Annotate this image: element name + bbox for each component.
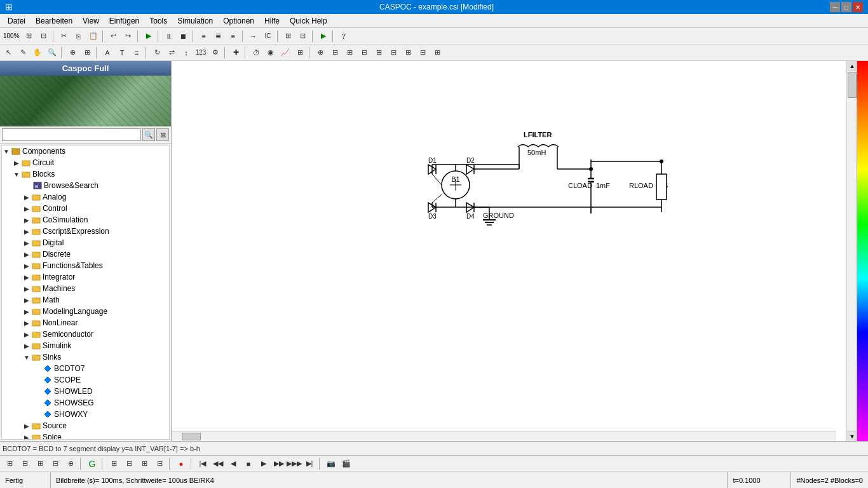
bus-btn[interactable]: ≡ bbox=[130, 46, 144, 60]
search-button[interactable]: 🔍 bbox=[142, 128, 155, 141]
pan-btn[interactable]: ✋ bbox=[31, 46, 44, 60]
tree-item-modelinglanguage[interactable]: ▶ModelingLanguage bbox=[2, 306, 169, 317]
tb2-extra7[interactable]: ⊞ bbox=[401, 46, 415, 60]
tree-item-integrator[interactable]: ▶Integrator bbox=[2, 271, 169, 283]
text-btn[interactable]: A bbox=[100, 46, 114, 60]
tb-btn-b[interactable]: ⊟ bbox=[296, 29, 310, 43]
undo-btn[interactable]: ↩ bbox=[107, 29, 121, 43]
tree-item-bcdto7[interactable]: BCDTO7 bbox=[2, 363, 169, 374]
help-btn[interactable]: ? bbox=[337, 29, 351, 43]
bt-step-back-btn[interactable]: ◀ bbox=[226, 457, 240, 471]
component-btn[interactable]: ⊕ bbox=[65, 46, 79, 60]
cross-btn[interactable]: ✚ bbox=[229, 46, 243, 60]
tree-toggle-math[interactable]: ▶ bbox=[22, 295, 31, 304]
tree-item-spice[interactable]: ▶Spice bbox=[2, 431, 169, 440]
tb2-extra2[interactable]: ⊟ bbox=[328, 46, 342, 60]
label-btn[interactable]: T bbox=[115, 46, 129, 60]
bt-btn7[interactable]: ⊟ bbox=[122, 457, 136, 471]
redo-btn[interactable]: ↪ bbox=[121, 29, 135, 43]
tree-item-semiconductor[interactable]: ▶Semiconductor bbox=[2, 329, 169, 340]
bt-btn3[interactable]: ⊞ bbox=[33, 457, 47, 471]
ic-btn[interactable]: IC bbox=[261, 29, 275, 43]
bt-rew-btn[interactable]: |◀ bbox=[196, 457, 210, 471]
browse-button[interactable]: ⊞ bbox=[156, 128, 169, 141]
tree-item-control[interactable]: ▶Control bbox=[2, 203, 169, 214]
tb2-extra8[interactable]: ⊟ bbox=[416, 46, 430, 60]
tb2-extra5[interactable]: ⊞ bbox=[372, 46, 386, 60]
tree-toggle-spice[interactable]: ▶ bbox=[22, 433, 31, 440]
menu-item-view[interactable]: View bbox=[78, 15, 104, 27]
tb-list2[interactable]: ≣ bbox=[212, 29, 226, 43]
scope2-btn[interactable]: ◉ bbox=[264, 46, 278, 60]
tree-item-machines[interactable]: ▶Machines bbox=[2, 283, 169, 294]
vscroll-up-btn[interactable]: ▲ bbox=[847, 61, 857, 71]
tree-item-scope[interactable]: SCOPE bbox=[2, 374, 169, 386]
number-btn[interactable]: 123 bbox=[194, 46, 208, 60]
pause-btn[interactable]: ⏸ bbox=[162, 29, 176, 43]
tree-toggle-blocks[interactable]: ▼ bbox=[12, 170, 21, 179]
tree-item-source[interactable]: ▶Source bbox=[2, 420, 169, 431]
tree-item-discrete[interactable]: ▶Discrete bbox=[2, 248, 169, 260]
search-input[interactable] bbox=[2, 128, 141, 141]
tree-item-functions[interactable]: ▶Functions&Tables bbox=[2, 260, 169, 271]
tree-toggle-source[interactable]: ▶ bbox=[22, 421, 31, 430]
tb-list3[interactable]: ≡ bbox=[226, 29, 240, 43]
tree-item-sinks[interactable]: ▼Sinks bbox=[2, 351, 169, 363]
tree-toggle-control[interactable]: ▶ bbox=[22, 204, 31, 213]
config-btn[interactable]: ⚙ bbox=[208, 46, 222, 60]
menu-item-optionen[interactable]: Optionen bbox=[218, 15, 259, 27]
tree-item-circuit[interactable]: ▶Circuit bbox=[2, 157, 169, 168]
draw-wire-btn[interactable]: ✎ bbox=[16, 46, 30, 60]
bt-btn5[interactable]: ⊕ bbox=[64, 457, 78, 471]
tb-btn-2[interactable]: ⊟ bbox=[37, 29, 51, 43]
cut-btn[interactable]: ✂ bbox=[57, 29, 71, 43]
tree-item-browse[interactable]: BBrowse&Search bbox=[2, 180, 169, 191]
tree-item-nonlinear[interactable]: ▶NonLinear bbox=[2, 317, 169, 329]
bt-btn1[interactable]: ⊞ bbox=[3, 457, 17, 471]
bt-end-btn[interactable]: ▶| bbox=[302, 457, 316, 471]
tb2-btn2[interactable]: ⊞ bbox=[80, 46, 94, 60]
horizontal-scrollbar-thumb[interactable] bbox=[182, 433, 201, 440]
graph-btn[interactable]: 📈 bbox=[278, 46, 292, 60]
maximize-button[interactable]: □ bbox=[841, 2, 851, 12]
menu-item-simulation[interactable]: Simulation bbox=[172, 15, 218, 27]
tree-toggle-digital[interactable]: ▶ bbox=[22, 238, 31, 247]
tree-item-cosimulation[interactable]: ▶CoSimulation bbox=[2, 214, 169, 226]
menu-item-einfügen[interactable]: Einfügen bbox=[104, 15, 144, 27]
tb2-extra1[interactable]: ⊕ bbox=[313, 46, 327, 60]
tree-toggle-cosimulation[interactable]: ▶ bbox=[22, 215, 31, 224]
tree-toggle-cscript[interactable]: ▶ bbox=[22, 227, 31, 236]
bt-btn8[interactable]: ⊞ bbox=[137, 457, 151, 471]
bt-cam-btn[interactable]: 📷 bbox=[324, 457, 338, 471]
tb-list1[interactable]: ≡ bbox=[197, 29, 211, 43]
bt-btn9[interactable]: ⊟ bbox=[153, 457, 166, 471]
flip-btn[interactable]: ⇌ bbox=[165, 46, 179, 60]
tree-toggle-machines[interactable]: ▶ bbox=[22, 284, 31, 293]
tree-toggle-modelinglanguage[interactable]: ▶ bbox=[22, 307, 31, 316]
menu-item-quick-help[interactable]: Quick Help bbox=[285, 15, 332, 27]
vertical-scrollbar[interactable]: ▲ ▼ bbox=[846, 61, 857, 441]
tree-item-math[interactable]: ▶Math bbox=[2, 294, 169, 306]
meter-btn[interactable]: ⊞ bbox=[293, 46, 307, 60]
close-button[interactable]: ✕ bbox=[853, 2, 863, 12]
vscroll-thumb[interactable] bbox=[848, 72, 857, 98]
bt-rew2-btn[interactable]: ◀◀ bbox=[211, 457, 225, 471]
tb2-extra3[interactable]: ⊞ bbox=[342, 46, 356, 60]
tree-item-showxy[interactable]: SHOWXY bbox=[2, 409, 169, 420]
copy-btn[interactable]: ⎘ bbox=[72, 29, 86, 43]
tb-btn-a[interactable]: ⊞ bbox=[281, 29, 295, 43]
bt-g-btn[interactable]: G bbox=[85, 457, 99, 471]
rotate-btn[interactable]: ↻ bbox=[150, 46, 164, 60]
tree-item-analog[interactable]: ▶Analog bbox=[2, 191, 169, 203]
mirror-btn[interactable]: ↕ bbox=[179, 46, 193, 60]
bt-ffwd-btn[interactable]: ▶▶▶ bbox=[287, 457, 301, 471]
menu-item-datei[interactable]: Datei bbox=[3, 15, 31, 27]
bt-stop2-btn[interactable]: ■ bbox=[241, 457, 255, 471]
play-green-btn[interactable]: ▶ bbox=[316, 29, 330, 43]
zoom-in-btn[interactable]: 🔍 bbox=[45, 46, 59, 60]
pointer-btn[interactable]: ↖ bbox=[1, 46, 15, 60]
tree-item-cscript[interactable]: ▶Cscript&Expression bbox=[2, 226, 169, 237]
clock-btn[interactable]: ⏱ bbox=[249, 46, 263, 60]
canvas-area[interactable]: B1 D1 D2 D3 D4 bbox=[172, 61, 846, 441]
tree-item-simulink[interactable]: ▶Simulink bbox=[2, 340, 169, 351]
